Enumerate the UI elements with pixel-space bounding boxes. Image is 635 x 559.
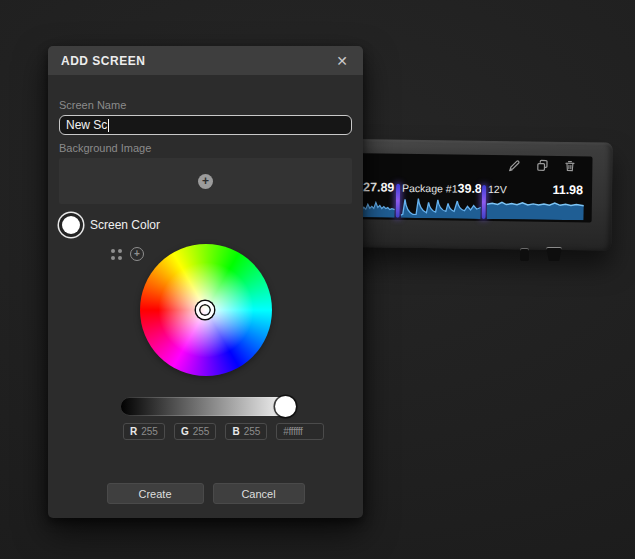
red-field[interactable]: R 255 [123, 423, 165, 440]
panel-separator [482, 185, 486, 219]
duplicate-icon[interactable] [535, 159, 549, 173]
hex-field[interactable]: #ffffff [276, 423, 324, 440]
red-value: 255 [141, 426, 158, 437]
blue-value: 255 [244, 426, 261, 437]
hex-value: #ffffff [283, 426, 302, 437]
background-image-label: Background Image [59, 142, 352, 154]
sensor-panel: 27.89 [362, 180, 396, 217]
background-image-upload[interactable]: + [59, 158, 352, 204]
green-value: 255 [193, 426, 210, 437]
slider-handle[interactable] [275, 396, 296, 417]
panel-separator [396, 184, 400, 218]
screen-name-label: Screen Name [59, 99, 352, 111]
dialog-title: ADD SCREEN [61, 54, 334, 68]
sensor-label: Package #1 [402, 181, 458, 197]
waveform-graph [401, 196, 481, 219]
sensor-label: 12V [488, 182, 507, 197]
waveform-graph [362, 195, 395, 217]
monitor-device: 27.89 Package #1 39.88 [345, 139, 612, 251]
waveform-graph [487, 197, 584, 220]
app-background: 27.89 Package #1 39.88 [0, 0, 635, 559]
cancel-button[interactable]: Cancel [213, 483, 305, 504]
blue-field[interactable]: B 255 [225, 423, 267, 440]
green-field[interactable]: G 255 [174, 423, 216, 440]
delete-icon[interactable] [563, 159, 576, 173]
sensor-panel: Package #1 39.88 [401, 181, 482, 219]
close-icon[interactable]: ✕ [334, 52, 350, 70]
edit-icon[interactable] [507, 158, 521, 172]
rgb-inputs: R 255 G 255 B 255 #ffffff [123, 423, 352, 440]
screen-color-row: Screen Color [59, 212, 352, 238]
add-color-icon[interactable]: + [130, 247, 144, 261]
screen-toolbar [507, 158, 576, 173]
device-connector [520, 248, 529, 261]
sensor-value: 39.88 [457, 182, 481, 197]
color-picker: + [59, 244, 352, 380]
device-screen: 27.89 Package #1 39.88 [360, 153, 593, 222]
brightness-slider[interactable] [120, 397, 293, 416]
color-wheel[interactable] [140, 244, 272, 376]
saved-colors-icon[interactable] [111, 249, 122, 260]
picker-tools: + [111, 247, 144, 261]
dialog-actions: Create Cancel [59, 483, 352, 504]
red-label: R [130, 426, 137, 437]
add-image-icon: + [198, 174, 213, 189]
device-connector [546, 247, 562, 261]
screen-name-input[interactable]: New Sc [59, 115, 352, 135]
screen-color-swatch[interactable] [62, 216, 80, 234]
color-wheel-cursor[interactable] [196, 301, 214, 319]
create-button[interactable]: Create [107, 483, 204, 504]
text-caret [108, 119, 109, 132]
green-label: G [181, 426, 189, 437]
sensor-panel: 12V 11.98 [487, 182, 585, 220]
sensor-panels: 27.89 Package #1 39.88 [362, 180, 584, 220]
add-screen-dialog: ADD SCREEN ✕ Screen Name New Sc Backgrou… [48, 46, 363, 518]
sensor-value: 11.98 [552, 183, 583, 198]
blue-label: B [232, 426, 239, 437]
dialog-header: ADD SCREEN ✕ [48, 46, 363, 75]
screen-name-value: New Sc [66, 118, 107, 132]
sensor-value: 27.89 [363, 180, 394, 195]
screen-color-label: Screen Color [90, 218, 160, 232]
